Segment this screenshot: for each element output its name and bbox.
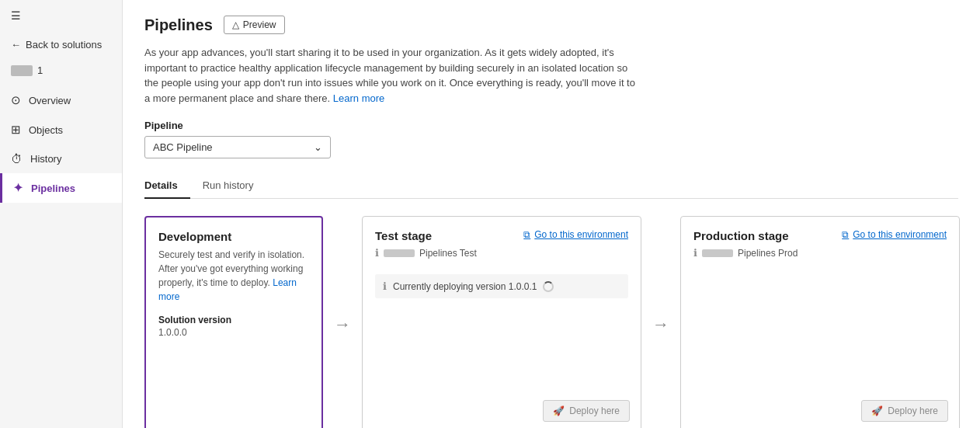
test-stage-title: Test stage xyxy=(375,229,477,242)
test-deploy-here-button[interactable]: 🚀 Deploy here xyxy=(543,400,630,422)
production-deploy-here-button[interactable]: 🚀 Deploy here xyxy=(861,400,948,422)
tabs-bar: Details Run history xyxy=(144,172,958,199)
page-title: Pipelines xyxy=(144,16,213,34)
sidebar-nav: ⊙ Overview ⊞ Objects ⏱ History ✦ Pipelin… xyxy=(0,85,122,203)
sidebar-item-label: Objects xyxy=(29,124,63,136)
user-section: 1 xyxy=(0,58,122,82)
sidebar: ☰ ← Back to solutions 1 ⊙ Overview ⊞ Obj… xyxy=(0,0,123,428)
tab-details[interactable]: Details xyxy=(144,173,190,199)
user-number: 1 xyxy=(37,64,43,76)
rocket-icon: 🚀 xyxy=(553,405,565,416)
solution-version-label: Solution version xyxy=(158,315,309,325)
production-stage-env: ℹ Pipelines Prod xyxy=(693,247,798,259)
test-go-to-env-link[interactable]: ⧉ Go to this environment xyxy=(523,229,628,240)
preview-button[interactable]: △ Preview xyxy=(224,16,285,34)
right-arrow-icon-2: → xyxy=(652,315,669,335)
env-color-swatch xyxy=(384,249,415,257)
test-stage-env: ℹ Pipelines Test xyxy=(375,247,477,259)
pipeline-selected-value: ABC Pipeline xyxy=(153,141,213,153)
hamburger-icon: ☰ xyxy=(11,9,21,22)
arrow-dev-to-test: → xyxy=(323,216,362,428)
rocket-icon-2: 🚀 xyxy=(871,405,883,416)
deploying-status-bar: ℹ Currently deploying version 1.0.0.1 xyxy=(375,274,628,298)
description-text: As your app advances, you'll start shari… xyxy=(144,47,635,104)
production-env-name: Pipelines Prod xyxy=(738,248,798,259)
page-description: As your app advances, you'll start shari… xyxy=(144,45,641,106)
deploying-spinner xyxy=(543,281,554,292)
right-arrow-icon: → xyxy=(334,315,351,335)
hamburger-menu[interactable]: ☰ xyxy=(0,0,122,31)
sidebar-item-label: Pipelines xyxy=(31,183,75,194)
chevron-down-icon: ⌄ xyxy=(314,141,322,153)
tab-run-history[interactable]: Run history xyxy=(203,173,266,199)
production-stage-header: Production stage ℹ Pipelines Prod ⧉ Go t… xyxy=(693,229,947,266)
test-env-name: Pipelines Test xyxy=(419,248,477,259)
sidebar-item-objects[interactable]: ⊞ Objects xyxy=(0,115,122,144)
external-link-icon-2: ⧉ xyxy=(842,229,849,240)
back-to-solutions[interactable]: ← Back to solutions xyxy=(0,31,122,58)
objects-icon: ⊞ xyxy=(11,123,21,137)
pipelines-icon: ✦ xyxy=(13,181,23,195)
solution-version-value: 1.0.0.0 xyxy=(158,327,309,338)
learn-more-link[interactable]: Learn more xyxy=(333,92,384,104)
deploying-info-icon: ℹ xyxy=(383,280,387,292)
prod-env-color-swatch xyxy=(702,249,733,257)
pipeline-dropdown[interactable]: ABC Pipeline ⌄ xyxy=(144,136,331,158)
user-avatar xyxy=(11,65,33,76)
sidebar-item-overview[interactable]: ⊙ Overview xyxy=(0,85,122,115)
deploying-text: Currently deploying version 1.0.0.1 xyxy=(393,281,537,292)
test-stage: Test stage ℹ Pipelines Test ⧉ Go to this… xyxy=(362,216,641,428)
back-arrow-icon: ← xyxy=(11,39,21,50)
development-stage-title: Development xyxy=(158,230,309,243)
page-header: Pipelines △ Preview xyxy=(144,16,958,34)
development-stage: Development Securely test and verify in … xyxy=(144,216,323,428)
preview-button-label: Preview xyxy=(243,19,276,30)
production-stage: Production stage ℹ Pipelines Prod ⧉ Go t… xyxy=(680,216,960,428)
pipeline-label: Pipeline xyxy=(144,120,958,131)
preview-icon: △ xyxy=(232,19,239,30)
stages-area: Development Securely test and verify in … xyxy=(144,216,958,428)
external-link-icon: ⧉ xyxy=(523,229,530,240)
env-info-icon: ℹ xyxy=(375,247,379,259)
prod-env-info-icon: ℹ xyxy=(693,247,697,259)
production-go-to-env-link[interactable]: ⧉ Go to this environment xyxy=(842,229,947,240)
sidebar-item-pipelines[interactable]: ✦ Pipelines xyxy=(0,173,122,203)
sidebar-item-history[interactable]: ⏱ History xyxy=(0,144,122,173)
main-content: Pipelines △ Preview As your app advances… xyxy=(123,0,980,428)
test-stage-header: Test stage ℹ Pipelines Test ⧉ Go to this… xyxy=(375,229,628,266)
sidebar-item-label: History xyxy=(30,153,61,165)
history-icon: ⏱ xyxy=(11,152,23,165)
back-label: Back to solutions xyxy=(26,39,102,50)
arrow-test-to-prod: → xyxy=(641,216,680,428)
production-stage-title: Production stage xyxy=(693,229,798,242)
overview-icon: ⊙ xyxy=(11,93,21,107)
sidebar-item-label: Overview xyxy=(29,95,71,106)
development-stage-description: Securely test and verify in isolation. A… xyxy=(158,248,309,304)
